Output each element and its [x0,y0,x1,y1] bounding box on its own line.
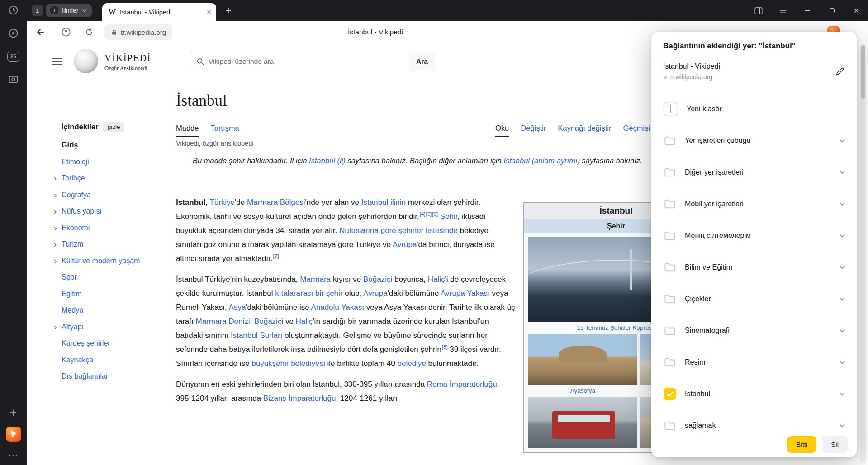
rail-add-button[interactable]: + [5,403,23,422]
text-link[interactable]: Nüfuslarına göre şehirler listesinde [339,226,458,235]
toc-item[interactable]: ›Turizm [53,236,176,253]
chevron-down-icon[interactable] [839,200,846,208]
folder-row-selected[interactable]: İstanbul [651,378,857,410]
window-maximize-button[interactable] [826,5,837,16]
toc-item[interactable]: ›Altyapı [53,319,176,336]
toc-item[interactable]: ›Tarihçe [53,170,176,187]
text-link[interactable]: Boğaziçi [363,275,392,284]
video-play-icon[interactable] [5,24,23,42]
folder-row[interactable]: Çiçekler [651,283,857,315]
folder-row[interactable]: Sinematografi [651,315,857,346]
expand-arrow-icon[interactable]: › [54,256,57,266]
chevron-down-icon[interactable] [839,169,846,176]
text-link[interactable]: İstanbul (il) [309,157,346,165]
browser-menu-icon[interactable] [778,5,788,16]
text-link[interactable]: Haliç [428,275,445,284]
refresh-button[interactable] [85,28,94,38]
chevron-down-icon[interactable] [839,359,846,366]
text-link[interactable]: Boğaziçi [254,317,283,326]
reference-link[interactable]: [7] [273,253,279,259]
back-button[interactable] [35,27,46,39]
folder-row[interactable]: Diğer yer işaretleri [651,157,857,188]
text-link[interactable]: İstanbul ilinin [361,198,406,207]
text-link[interactable]: Türkiye [209,198,235,207]
tab-madde[interactable]: Madde [176,124,199,137]
folder-row[interactable]: Resim [651,346,857,378]
infobox-caption[interactable]: Ayasofya [528,385,637,397]
toc-item[interactable]: ›Coğrafya [53,187,176,204]
expand-arrow-icon[interactable]: › [54,223,57,232]
hagia-sophia-photo[interactable] [528,334,637,385]
history-clock-icon[interactable] [5,1,23,19]
sidebar-panel-icon[interactable] [753,5,764,16]
yandex-browser-icon[interactable] [5,425,23,443]
tab-kaynagi-degistir[interactable]: Kaynağı değiştir [558,124,611,137]
text-link[interactable]: Roma İmparatorluğu [427,380,497,389]
wiki-menu-button[interactable] [52,58,62,67]
chevron-down-icon[interactable] [839,327,846,334]
done-button[interactable]: Bitti [787,436,816,453]
toc-hide-button[interactable]: gizle [103,122,125,132]
delete-button[interactable]: Sil [822,436,848,453]
scrollbar-thumb[interactable] [861,45,865,99]
screenshot-icon[interactable] [5,70,23,88]
text-link[interactable]: büyükşehir belediyesi [251,359,325,368]
expand-arrow-icon[interactable]: › [54,206,57,216]
toc-item[interactable]: Kaynakça [53,352,176,369]
toc-item[interactable]: Dış bağlantılar [53,368,176,385]
toc-item[interactable]: ›Nüfus yapısı [53,203,176,220]
text-link[interactable]: Şehir [440,212,458,221]
edit-bookmark-button[interactable] [831,63,849,80]
text-link[interactable]: Haliç [296,317,313,326]
text-link[interactable]: Marmara Denizi [195,317,250,326]
window-close-button[interactable]: ✕ [851,5,862,16]
window-minimize-button[interactable] [802,5,813,16]
toc-item[interactable]: Eğitim [53,286,176,303]
page-scrollbar[interactable] [860,44,866,463]
text-link[interactable]: Marmara [300,275,331,284]
text-link[interactable]: Anadolu Yakası [311,303,364,312]
reference-link[interactable]: [6] [432,211,438,217]
search-submit-button[interactable]: Ara [409,52,435,71]
chevron-down-icon[interactable] [839,422,846,429]
chevron-down-icon[interactable] [839,137,846,144]
tab-oku[interactable]: Oku [495,124,509,137]
text-link[interactable]: İstanbul (anlam ayrımı) [503,157,580,165]
folder-row[interactable]: Bilim ve Eğitim [651,251,857,283]
toc-item[interactable]: Spor [53,269,176,286]
text-link[interactable]: Avrupa [393,240,417,249]
expand-arrow-icon[interactable]: › [54,173,57,183]
new-folder-button[interactable]: Yeni klasör [651,93,857,125]
chevron-down-icon[interactable] [839,232,846,239]
active-tab[interactable]: W İstanbul - Vikipedi ✕ [102,3,216,21]
tab-group-chip[interactable]: 1 filmler [46,4,92,17]
expand-arrow-icon[interactable]: › [54,322,57,332]
more-options-icon[interactable]: ⋯ [5,446,23,465]
site-domain-chip[interactable]: tr.wikipedia.org [104,24,172,40]
wikipedia-globe-logo[interactable] [74,49,98,73]
folder-row[interactable]: Mobil yer işaretleri [651,188,857,220]
new-tab-button[interactable]: + [222,4,235,17]
reference-link[interactable]: [5] [426,211,432,217]
toc-item[interactable]: ›Ekonomi [53,220,176,237]
wikipedia-wordmark[interactable]: VİKİPEDİ Özgür Ansiklopedi [104,52,151,72]
toc-item[interactable]: Medya [53,302,176,319]
text-link[interactable]: Marmara Bölgesi [247,198,305,207]
text-link[interactable]: İstanbul Surları [231,331,282,340]
tab-close-icon[interactable]: ✕ [206,9,212,16]
text-link[interactable]: Avrupa [363,289,388,298]
toc-item[interactable]: Etimoloji [53,154,176,171]
search-input[interactable] [191,52,409,71]
tab-tartisma[interactable]: Tartışma [210,124,239,137]
text-link[interactable]: Bizans İmparatorluğu [263,394,336,403]
reference-link[interactable]: [4] [420,211,426,217]
folder-row[interactable]: Yer işaretleri çubuğu [651,125,857,157]
tab-group-badge[interactable]: 1 [32,5,43,16]
toc-item[interactable]: Giriş [53,137,176,154]
reference-link[interactable]: [8] [442,344,448,350]
text-link[interactable]: belediye [397,359,426,368]
text-link[interactable]: Asya [229,303,246,312]
chevron-down-icon[interactable] [839,295,846,303]
toc-item[interactable]: Kardeş şehirler [53,335,176,352]
text-link[interactable]: Avrupa Yakası [441,289,490,298]
